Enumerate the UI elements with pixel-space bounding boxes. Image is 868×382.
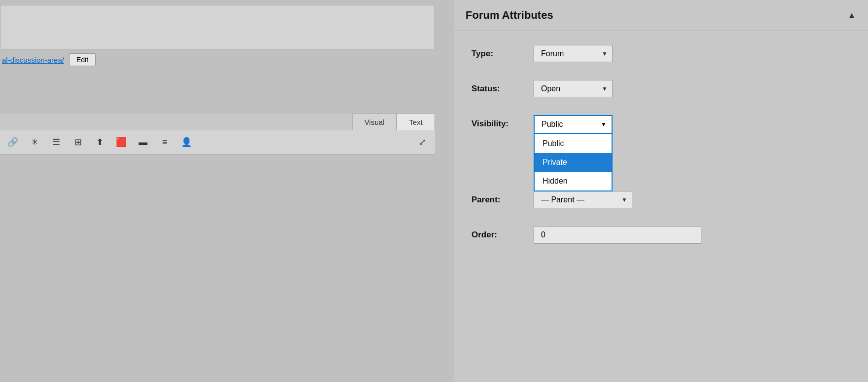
order-input[interactable] xyxy=(534,226,701,244)
link-icon[interactable]: 🔗 xyxy=(5,134,21,150)
visibility-label: Visibility: xyxy=(471,119,526,129)
parent-row: Parent: — Parent — xyxy=(471,191,850,208)
option-public[interactable]: Public xyxy=(535,134,612,153)
option-hidden[interactable]: Hidden xyxy=(535,172,612,191)
user-icon[interactable]: 👤 xyxy=(179,134,194,150)
separator-icon[interactable]: ▬ xyxy=(135,134,151,150)
option-private[interactable]: Private xyxy=(535,153,612,172)
tab-text[interactable]: Text xyxy=(397,114,435,130)
spin-icon[interactable]: ✳ xyxy=(27,134,42,150)
status-select[interactable]: Open Closed xyxy=(534,80,613,97)
move-icon[interactable]: ⬆ xyxy=(92,134,108,150)
status-label: Status: xyxy=(471,84,526,94)
right-panel: Forum Attributes ▲ Type: Forum Category … xyxy=(454,0,868,382)
lines-icon[interactable]: ≡ xyxy=(157,134,173,150)
editor-area: Visual Text 🔗 ✳ ☰ ⊞ ⬆ 🟥 ▬ ≡ 👤 ⤢ xyxy=(0,114,435,154)
panel-title: Forum Attributes xyxy=(466,9,553,22)
visibility-dropdown-container: Public ▼ Public Private Hidden xyxy=(534,115,613,134)
status-select-wrapper[interactable]: Open Closed xyxy=(534,80,613,97)
panel-header: Forum Attributes ▲ xyxy=(454,0,868,31)
type-label: Type: xyxy=(471,49,526,59)
parent-label: Parent: xyxy=(471,195,526,205)
order-row: Order: xyxy=(471,226,850,244)
visibility-dropdown: Public Private Hidden xyxy=(534,134,613,191)
table-icon[interactable]: ⊞ xyxy=(70,134,86,150)
url-bar xyxy=(0,5,435,49)
visibility-current-value: Public xyxy=(542,120,563,129)
type-select-wrapper[interactable]: Forum Category Link xyxy=(534,45,613,62)
editor-tabs: Visual Text xyxy=(0,114,435,130)
expand-icon[interactable]: ⤢ xyxy=(414,134,430,150)
tab-visual[interactable]: Visual xyxy=(352,114,397,130)
visibility-select-box[interactable]: Public ▼ xyxy=(534,115,613,134)
blocks-icon[interactable]: 🟥 xyxy=(113,134,129,150)
visibility-arrow-icon: ▼ xyxy=(601,121,607,128)
collapse-icon[interactable]: ▲ xyxy=(847,10,856,21)
panel-body: Type: Forum Category Link Status: Open C… xyxy=(454,31,868,262)
list-icon[interactable]: ☰ xyxy=(48,134,64,150)
toolbar: 🔗 ✳ ☰ ⊞ ⬆ 🟥 ▬ ≡ 👤 ⤢ xyxy=(0,130,435,154)
type-select[interactable]: Forum Category Link xyxy=(534,45,613,62)
url-link[interactable]: al-discussion-area/ xyxy=(2,56,64,64)
order-label: Order: xyxy=(471,230,526,240)
url-row: al-discussion-area/ Edit xyxy=(0,53,96,66)
parent-select-wrapper[interactable]: — Parent — xyxy=(534,191,632,208)
parent-select[interactable]: — Parent — xyxy=(534,191,632,208)
edit-button[interactable]: Edit xyxy=(69,53,96,66)
type-row: Type: Forum Category Link xyxy=(471,45,850,62)
status-row: Status: Open Closed xyxy=(471,80,850,97)
visibility-row: Visibility: Public ▼ Public Private xyxy=(471,115,850,134)
left-area: al-discussion-area/ Edit Visual Text 🔗 ✳… xyxy=(0,0,444,382)
